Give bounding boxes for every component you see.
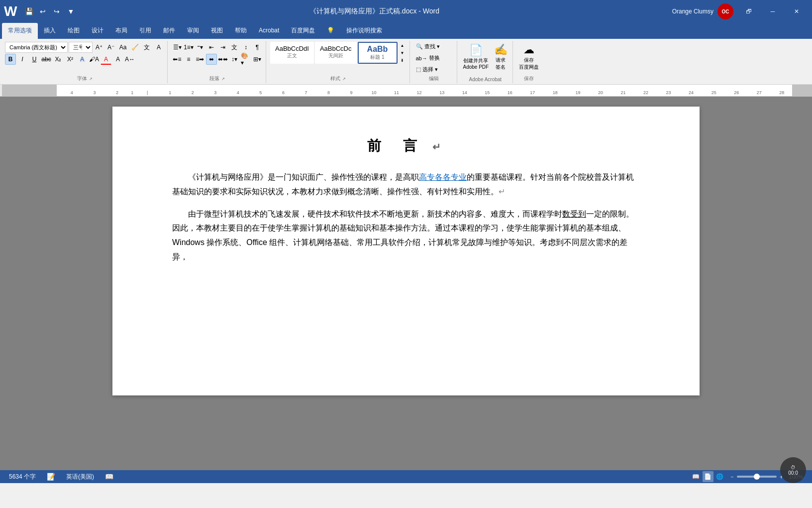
redo-quick-btn[interactable]: ↪: [51, 5, 63, 17]
style-normal[interactable]: AaBbCcDdI 正文: [270, 42, 314, 64]
text-effect-btn[interactable]: A: [77, 54, 88, 65]
spell-check-icon[interactable]: 📖: [105, 473, 113, 481]
link-zhuanye[interactable]: 高专各各专业: [419, 173, 467, 181]
minimize-btn[interactable]: ─: [761, 3, 784, 19]
char-spacing-btn[interactable]: A↔: [124, 54, 135, 65]
style-nospace[interactable]: AaBbCcDc 无间距: [315, 42, 357, 64]
web-view-btn[interactable]: 🌐: [714, 471, 725, 482]
style-scroll-up[interactable]: ▲: [399, 42, 406, 49]
style-scroll-down[interactable]: ▼: [399, 49, 406, 56]
track-changes-icon[interactable]: 📝: [47, 473, 55, 481]
justify-btn[interactable]: ⬌: [206, 54, 217, 65]
text-highlight-btn[interactable]: 🖌A: [89, 54, 100, 65]
align-right-btn[interactable]: ≡➡: [195, 54, 205, 65]
baidu-icon: ☁: [523, 43, 534, 56]
increase-font-btn[interactable]: A⁺: [94, 42, 104, 53]
enter-mark-title: ↵: [432, 141, 445, 152]
bold-btn[interactable]: B: [5, 54, 16, 65]
subscript-btn[interactable]: X₂: [53, 54, 64, 65]
paragraph-group-expand[interactable]: ↗: [221, 77, 225, 81]
underline-btn[interactable]: U: [29, 54, 40, 65]
font-name-select[interactable]: Cambria (西文标题): [5, 42, 68, 53]
char-shadow-btn[interactable]: A: [112, 54, 123, 65]
align-left-btn[interactable]: ⬅≡: [172, 54, 183, 65]
editing-group-label: 编辑: [414, 74, 454, 83]
font-color-btn[interactable]: A: [101, 54, 111, 65]
tab-draw[interactable]: 绘图: [62, 23, 86, 39]
decrease-font-btn[interactable]: A⁻: [105, 42, 116, 53]
superscript-btn[interactable]: X²: [65, 54, 76, 65]
paragraph-2[interactable]: 由于微型计算机技术的飞速发展，硬件技术和软件技术不断地更新，新技术的内容多、难度…: [172, 207, 640, 264]
multilevel-btn[interactable]: ⁼▾: [195, 42, 205, 53]
styles-group-expand[interactable]: ↗: [342, 77, 346, 81]
show-marks-btn[interactable]: ¶: [252, 42, 263, 53]
ribbon-toggle-btn[interactable]: 🗗: [737, 3, 760, 19]
document-page[interactable]: 前 言 ↵ 《计算机与网络应用》是一门知识面广、操作性强的课程，是高职高专各各专…: [112, 107, 700, 395]
request-sign-btn[interactable]: ✍ 请求签名: [492, 42, 509, 72]
tab-help[interactable]: 帮助: [229, 23, 253, 39]
user-avatar[interactable]: OC: [717, 3, 733, 19]
save-baidu-btn[interactable]: ☁ 保存百度网盘: [517, 42, 541, 72]
editing-group: 🔍 查找 ▾ ab→ 替换 ⬚ 选择 ▾ 编辑: [411, 41, 457, 83]
find-btn[interactable]: 🔍 查找 ▾: [414, 42, 454, 51]
strikethrough-btn[interactable]: abc: [41, 54, 52, 65]
font-controls: Cambria (西文标题) 三号 A⁺ A⁻ Aa 🧹 文 A B I U: [5, 42, 164, 65]
style-scroll-more[interactable]: ⬇: [399, 57, 406, 64]
align-center-btn[interactable]: ≡: [183, 54, 194, 65]
style-heading1[interactable]: AaBb 标题 1: [358, 42, 398, 64]
distribute-btn[interactable]: ⬌⬌: [217, 54, 228, 65]
char-border-btn[interactable]: A: [153, 42, 164, 53]
create-pdf-btn[interactable]: 📄 创建并共享Adobe PDF: [461, 42, 491, 72]
bullets-btn[interactable]: ☰▾: [172, 42, 183, 53]
replace-btn[interactable]: ab→ 替换: [414, 53, 454, 63]
chinese-layout-btn[interactable]: 文: [229, 42, 240, 53]
pinyin-btn[interactable]: 文: [141, 42, 152, 53]
sort-btn[interactable]: ↕: [240, 42, 251, 53]
read-view-btn[interactable]: 📖: [691, 471, 702, 482]
paragraph-1[interactable]: 《计算机与网络应用》是一门知识面广、操作性强的课程，是高职高专各各专业的重要基础…: [172, 170, 640, 199]
tab-design[interactable]: 设计: [86, 23, 109, 39]
italic-btn[interactable]: I: [17, 54, 28, 65]
enter-mark-p1: ↵: [499, 187, 505, 196]
font-group-label: 字体 ↗: [5, 74, 164, 83]
numbering-btn[interactable]: 1≡▾: [183, 42, 194, 53]
document-area[interactable]: 前 言 ↵ 《计算机与网络应用》是一门知识面广、操作性强的课程，是高职高专各各专…: [0, 97, 812, 470]
tab-home[interactable]: 常用选项: [2, 23, 38, 39]
tab-insert[interactable]: 插入: [38, 23, 62, 39]
quick-access-toolbar: 💾 ↩ ↪ ▼: [23, 5, 77, 17]
language-btn[interactable]: 英语(美国): [63, 473, 97, 481]
tab-view[interactable]: 视图: [205, 23, 229, 39]
floating-timer[interactable]: ⏱ 00:0: [780, 457, 806, 483]
borders-btn[interactable]: ⊞▾: [252, 54, 263, 65]
decrease-indent-btn[interactable]: ⇤: [206, 42, 217, 53]
tab-mailings[interactable]: 邮件: [157, 23, 181, 39]
save-quick-btn[interactable]: 💾: [23, 5, 35, 17]
font-size-select[interactable]: 三号: [69, 42, 93, 53]
tab-search-icon[interactable]: 💡: [321, 23, 340, 39]
user-area: Orange Clumsy OC: [672, 3, 733, 19]
zoom-thumb: [754, 474, 760, 480]
print-view-btn[interactable]: 📄: [703, 471, 713, 482]
style-scroll: ▲ ▼ ⬇: [399, 42, 406, 64]
ruler: 4 3 2 1 | 1 2 3 4 5 6 7 8 9 10 11 12 13 …: [0, 85, 812, 97]
change-case-btn[interactable]: Aa: [117, 42, 128, 53]
line-spacing-btn[interactable]: ↕▾: [229, 54, 240, 65]
undo-quick-btn[interactable]: ↩: [37, 5, 49, 17]
zoom-out-btn[interactable]: －: [729, 473, 735, 481]
clear-format-btn[interactable]: 🧹: [129, 42, 140, 53]
tab-search-box[interactable]: 操作说明搜索: [340, 23, 388, 39]
zoom-slider[interactable]: [737, 476, 777, 478]
word-count[interactable]: 5634 个字: [6, 473, 39, 481]
increase-indent-btn[interactable]: ⇥: [217, 42, 228, 53]
tab-review[interactable]: 审阅: [181, 23, 205, 39]
tab-layout[interactable]: 布局: [109, 23, 133, 39]
customize-quick-btn[interactable]: ▼: [65, 5, 77, 17]
tab-acrobat[interactable]: Acrobat: [253, 23, 285, 39]
tab-references[interactable]: 引用: [133, 23, 157, 39]
save-group-content: ☁ 保存百度网盘: [517, 42, 541, 74]
shading-btn[interactable]: 🎨▾: [240, 54, 251, 65]
font-group-expand[interactable]: ↗: [89, 77, 93, 81]
select-btn[interactable]: ⬚ 选择 ▾: [414, 65, 454, 74]
close-btn[interactable]: ✕: [785, 3, 808, 19]
tab-baidu[interactable]: 百度网盘: [285, 23, 321, 39]
